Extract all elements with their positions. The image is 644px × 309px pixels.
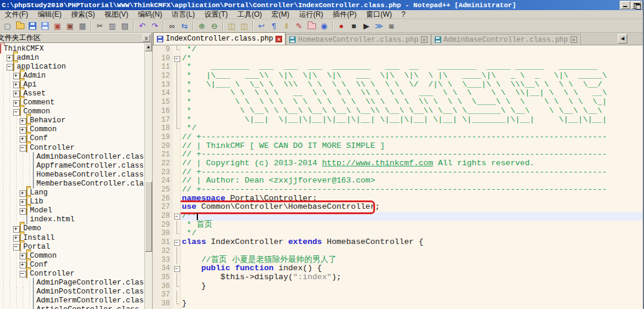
menu-item[interactable]: 工具(O) [233, 10, 267, 19]
expand-icon[interactable] [20, 260, 26, 269]
code-line-21[interactable]: 21// +----------------------------------… [153, 150, 643, 159]
expand-icon[interactable] [7, 53, 13, 62]
tab-HomebaseController.class.php[interactable]: HomebaseController.class.phpx [286, 34, 431, 45]
tree-item-Common[interactable]: Common [0, 251, 144, 260]
menu-item[interactable]: 编码(N) [133, 10, 167, 19]
play-macro-icon[interactable]: ▶ [361, 20, 372, 32]
minimize-button[interactable] [621, 1, 630, 9]
sync-vertical-scroll-icon[interactable]: ◫ [226, 20, 237, 32]
close-all-icon[interactable]: ▣ [64, 20, 76, 32]
zoom-in-icon[interactable]: ⊕ [196, 20, 208, 32]
paste-icon[interactable]: ▤ [119, 20, 131, 32]
tab-close-icon[interactable]: x [421, 36, 428, 43]
tree-item-ThinkCMFX[interactable]: ThinkCMFX [0, 44, 144, 53]
restore-button[interactable] [631, 1, 641, 9]
menu-item[interactable]: 搜索(S) [66, 10, 100, 19]
code-line-19[interactable]: 19// +----------------------------------… [153, 133, 643, 142]
tree-item-Controller[interactable]: Controller [0, 269, 144, 278]
tree-scrollbar[interactable]: ▲ [144, 43, 152, 309]
code-line-17[interactable]: 17 * \|__| \|__|\|__|\|__|\|__| \|__|\|_… [153, 116, 643, 125]
collapse-icon[interactable] [20, 143, 26, 152]
close-file-icon[interactable]: ▣ [52, 20, 63, 32]
show-all-characters-icon[interactable]: ¶ [268, 20, 280, 32]
menu-item[interactable]: 语言(L) [167, 10, 200, 19]
print-icon[interactable]: ▦ [77, 20, 88, 32]
run-macro-multiple-icon[interactable]: ≫ [373, 20, 385, 32]
indent-guide-icon[interactable]: ‖ [281, 20, 292, 32]
code-line-12[interactable]: 12 * |\___ ___\\ \|\ \|\ \|\ ___ \|\ \|\… [153, 72, 643, 81]
tree-item-Controller[interactable]: Controller [0, 143, 144, 152]
collapse-icon[interactable] [20, 269, 26, 278]
code-line-18[interactable]: 18 */ [153, 124, 643, 133]
expand-icon[interactable] [13, 89, 20, 98]
tab-close-icon[interactable]: x [275, 36, 282, 42]
expand-icon[interactable] [20, 134, 26, 143]
code-editor[interactable]: 9 */10/*11 * ________ ___ ___ ___ ______… [153, 45, 643, 309]
tab-AdminbaseController.class.php[interactable]: AdminbaseController.class.phpx [431, 34, 581, 45]
file-tree[interactable]: ThinkCMFXadminapplicationAdminApiAssetCo… [0, 43, 144, 309]
fold-collapse-icon[interactable] [173, 212, 181, 221]
word-wrap-icon[interactable]: ↩ [256, 20, 267, 32]
menu-item[interactable]: 窗口(W) [361, 10, 397, 19]
save-macro-icon[interactable]: ◙ [386, 20, 397, 32]
tree-item-AdminTermController.class.php[interactable]: AdminTermController.class.php [0, 296, 144, 305]
tree-item-MemberbaseController.class.php[interactable]: MemberbaseController.class.php [0, 179, 144, 188]
menu-item[interactable]: 运行(R) [294, 10, 328, 19]
expand-icon[interactable] [13, 233, 20, 242]
tree-item-admin[interactable]: admin [0, 53, 144, 62]
copy-icon[interactable]: ▥ [107, 20, 118, 32]
tree-item-Model[interactable]: Model [0, 206, 144, 215]
code-line-16[interactable]: 16 * \ \__\ \ \__\ \__\ \__\ \__\\ \__\ … [153, 107, 643, 116]
code-line-31[interactable]: 31class IndexController extends Homebase… [153, 238, 643, 247]
expand-icon[interactable] [13, 80, 20, 89]
code-line-15[interactable]: 15 * \ \ \ \ \ \ \ \ \ \ \ \\ \ \ \ \\ \… [153, 98, 643, 107]
expand-icon[interactable] [20, 251, 26, 260]
tree-item-ArticleController.class.php[interactable]: ArticleController.class.php [0, 305, 144, 309]
user-defined-dialog-icon[interactable]: ✎ [293, 20, 305, 32]
tree-item-Behavior[interactable]: Behavior [0, 116, 144, 125]
doc-switcher-icon[interactable] [306, 20, 317, 32]
code-line-36[interactable]: 36 } [153, 282, 643, 291]
collapse-icon[interactable] [13, 242, 20, 251]
collapse-icon[interactable] [7, 62, 13, 71]
menu-item[interactable]: 文件(F) [0, 10, 33, 19]
expand-icon[interactable] [20, 189, 26, 197]
expand-icon[interactable] [13, 98, 20, 107]
save-file-icon[interactable] [27, 20, 38, 32]
code-line-38[interactable]: 38} [153, 299, 643, 308]
fold-collapse-icon[interactable] [173, 264, 181, 273]
code-line-20[interactable]: 20// | ThinkCMF [ WE CAN DO IT MORE SIMP… [153, 142, 643, 151]
tree-item-Lang[interactable]: Lang [0, 189, 144, 197]
code-line-13[interactable]: 13 * \|___ \ \_\ \ \\\ \ \ \ \ \\ \ \ \ … [153, 81, 643, 89]
tree-item-Conf[interactable]: Conf [0, 134, 144, 143]
tree-item-Common[interactable]: Common [0, 107, 144, 116]
expand-icon[interactable] [20, 125, 26, 134]
code-line-26[interactable]: 26namespace Portal\Controller; [153, 194, 643, 203]
find-replace-icon[interactable]: ⇆ [179, 20, 190, 32]
fold-collapse-icon[interactable] [173, 54, 181, 63]
menu-item[interactable]: 视图(V) [100, 10, 133, 19]
tree-item-Conf[interactable]: Conf [0, 260, 144, 269]
menu-item[interactable]: ? [397, 10, 410, 19]
tree-item-AdminbaseController.class.php[interactable]: AdminbaseController.class.php [0, 152, 144, 161]
code-line-34[interactable]: 34 public function index() { [153, 264, 643, 273]
tree-item-AdminPostController.class.php[interactable]: AdminPostController.class.php [0, 288, 144, 296]
scroll-up-icon[interactable]: ▲ [145, 43, 152, 51]
code-line-30[interactable]: 30 */ [153, 229, 643, 238]
tree-item-Lib[interactable]: Lib [0, 197, 144, 206]
code-line-35[interactable]: 35 $this->display(":index"); [153, 273, 643, 282]
code-line-11[interactable]: 11 * ________ ___ ___ ___ ________ ___ _… [153, 63, 643, 72]
menu-item[interactable]: 设置(T) [200, 10, 233, 19]
redo-icon[interactable]: ↷ [149, 20, 160, 32]
menu-item[interactable]: 宏(M) [267, 10, 294, 19]
sync-horizontal-scroll-icon[interactable]: ◫ [239, 20, 250, 32]
code-line-27[interactable]: 27use Common\Controller\HomebaseControll… [153, 203, 643, 212]
tree-item-HomebaseController.class.php[interactable]: HomebaseController.class.php [0, 170, 144, 179]
code-line-10[interactable]: 10/* [153, 54, 643, 63]
tree-item-Common[interactable]: Common [0, 125, 144, 134]
collapse-icon[interactable] [13, 107, 20, 116]
code-line-24[interactable]: 24// | Author: Dean <zxxjjforever@163.co… [153, 177, 643, 186]
new-file-icon[interactable]: ▢ [2, 20, 13, 32]
open-folder-icon[interactable] [14, 20, 26, 32]
expand-icon[interactable] [20, 116, 26, 125]
